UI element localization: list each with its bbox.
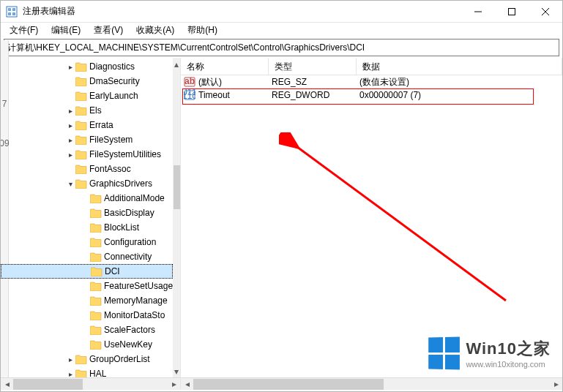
tree-item[interactable]: ▾GraphicsDrivers xyxy=(1,176,173,191)
close-button[interactable] xyxy=(529,1,562,23)
value-row[interactable]: ab(默认)REG_SZ(数值未设置) xyxy=(181,75,562,88)
registry-tree[interactable]: ▸DiagnosticsDmaSecurityEarlyLaunch▸Els▸E… xyxy=(1,58,173,377)
folder-icon xyxy=(75,91,87,101)
tree-item[interactable]: EarlyLaunch xyxy=(1,88,173,103)
address-bar[interactable]: 计算机\HKEY_LOCAL_MACHINE\SYSTEM\CurrentCon… xyxy=(4,39,559,56)
app-icon xyxy=(6,6,18,18)
folder-icon xyxy=(90,281,102,291)
svg-rect-4 xyxy=(12,12,15,15)
tree-item-label: Els xyxy=(89,105,102,116)
expand-chevron-icon[interactable]: ▾ xyxy=(65,180,75,188)
scroll-thumb[interactable] xyxy=(174,165,180,209)
expand-chevron-icon[interactable]: ▸ xyxy=(65,136,75,144)
tree-item[interactable]: DmaSecurity xyxy=(1,74,173,88)
tree-item-label: AdditionalMode xyxy=(104,193,165,203)
main-area: ▸DiagnosticsDmaSecurityEarlyLaunch▸Els▸E… xyxy=(1,58,562,390)
expand-chevron-icon[interactable]: ▸ xyxy=(65,151,75,159)
folder-icon xyxy=(90,295,102,306)
tree-item-label: UseNewKey xyxy=(104,339,152,350)
tree-item[interactable]: Connectivity xyxy=(1,249,173,264)
svg-rect-3 xyxy=(8,12,11,15)
tree-item[interactable]: ▸GroupOrderList xyxy=(1,352,173,366)
tree-item[interactable]: BasicDisplay xyxy=(1,206,173,220)
menu-file[interactable]: 文件(F) xyxy=(4,23,44,38)
tree-item-label: BasicDisplay xyxy=(104,208,154,218)
tree-item[interactable]: FontAssoc xyxy=(1,162,173,176)
expand-chevron-icon[interactable]: ▸ xyxy=(65,355,75,363)
folder-icon xyxy=(75,61,87,72)
folder-icon xyxy=(75,149,87,159)
tree-item[interactable]: AdditionalMode xyxy=(1,191,173,206)
value-name: Timeout xyxy=(198,90,230,100)
value-type-icon: ab xyxy=(184,76,195,88)
value-row[interactable]: 011110TimeoutREG_DWORD0x00000007 (7) xyxy=(181,88,562,102)
tree-item-label: Diagnostics xyxy=(89,61,135,72)
svg-rect-6 xyxy=(509,8,515,15)
tree-item-label: GroupOrderList xyxy=(89,354,150,364)
tree-item-label: EarlyLaunch xyxy=(89,91,138,101)
tree-item[interactable]: BlockList xyxy=(1,220,173,235)
expand-chevron-icon[interactable]: ▸ xyxy=(65,107,75,115)
scroll-thumb[interactable] xyxy=(13,379,83,390)
tree-item-label: GraphicsDrivers xyxy=(89,178,152,189)
expand-chevron-icon[interactable]: ▸ xyxy=(65,63,75,71)
window-title: 注册表编辑器 xyxy=(23,5,461,18)
tree-item[interactable]: Configuration xyxy=(1,235,173,249)
menu-favorites[interactable]: 收藏夹(A) xyxy=(130,23,180,38)
tree-item[interactable]: MemoryManage xyxy=(1,293,173,308)
scroll-left-arrow[interactable]: ◂ xyxy=(181,378,193,391)
tree-item-label: FeatureSetUsage xyxy=(104,281,173,291)
tree-item-label: FontAssoc xyxy=(89,164,131,174)
values-header: 名称 类型 数据 xyxy=(181,58,562,75)
tree-item[interactable]: UseNewKey xyxy=(1,337,173,352)
scroll-left-arrow[interactable]: ◂ xyxy=(1,378,13,391)
value-type-icon: 011110 xyxy=(184,89,195,101)
menu-edit[interactable]: 编辑(E) xyxy=(45,23,86,38)
values-list[interactable]: ab(默认)REG_SZ(数值未设置)011110TimeoutREG_DWOR… xyxy=(181,75,562,377)
tree-item[interactable]: ScaleFactors xyxy=(1,323,173,337)
tree-item[interactable]: MonitorDataSto xyxy=(1,308,173,323)
values-pane: 名称 类型 数据 ab(默认)REG_SZ(数值未设置)011110Timeou… xyxy=(181,58,562,390)
expand-chevron-icon[interactable]: ▸ xyxy=(65,370,75,378)
tree-item[interactable]: ▸FileSystemUtilities xyxy=(1,147,173,162)
tree-item[interactable]: DCI xyxy=(1,264,173,279)
tree-pane: ▸DiagnosticsDmaSecurityEarlyLaunch▸Els▸E… xyxy=(1,58,181,390)
scroll-down-arrow[interactable]: ▾ xyxy=(173,365,180,377)
maximize-button[interactable] xyxy=(495,1,529,23)
svg-text:110: 110 xyxy=(184,91,195,101)
address-text: 计算机\HKEY_LOCAL_MACHINE\SYSTEM\CurrentCon… xyxy=(7,42,365,54)
column-name[interactable]: 名称 xyxy=(181,58,269,75)
folder-icon xyxy=(75,120,87,130)
scroll-right-arrow[interactable]: ▸ xyxy=(550,378,562,391)
tree-item-label: HAL xyxy=(89,369,106,377)
folder-icon xyxy=(75,105,87,116)
column-data[interactable]: 数据 xyxy=(357,58,562,75)
folder-icon xyxy=(90,237,102,247)
tree-item[interactable]: ▸Els xyxy=(1,103,173,118)
tree-item[interactable]: ▸FileSystem xyxy=(1,132,173,147)
menubar: 文件(F) 编辑(E) 查看(V) 收藏夹(A) 帮助(H) xyxy=(1,23,562,37)
scroll-up-arrow[interactable]: ▴ xyxy=(173,58,180,70)
column-type[interactable]: 类型 xyxy=(269,58,357,75)
tree-item-label: FileSystemUtilities xyxy=(89,149,161,159)
tree-vertical-scrollbar[interactable]: ▴ ▾ xyxy=(173,58,180,377)
tree-horizontal-scrollbar[interactable]: ◂ ▸ xyxy=(1,377,180,390)
folder-icon xyxy=(90,325,102,335)
folder-icon xyxy=(75,354,87,364)
values-horizontal-scrollbar[interactable]: ◂ ▸ xyxy=(181,377,562,390)
value-data: 0x00000007 (7) xyxy=(357,90,562,100)
tree-item[interactable]: ▸Diagnostics xyxy=(1,59,173,74)
expand-chevron-icon[interactable]: ▸ xyxy=(65,121,75,129)
svg-rect-2 xyxy=(12,8,15,11)
menu-help[interactable]: 帮助(H) xyxy=(182,23,223,38)
folder-icon xyxy=(90,208,102,218)
tree-item-label: DCI xyxy=(105,266,120,276)
folder-icon xyxy=(90,310,102,320)
scroll-right-arrow[interactable]: ▸ xyxy=(168,378,180,391)
scroll-thumb[interactable] xyxy=(193,379,384,390)
minimize-button[interactable] xyxy=(461,1,495,23)
tree-item[interactable]: ▸Errata xyxy=(1,118,173,132)
menu-view[interactable]: 查看(V) xyxy=(88,23,129,38)
tree-item[interactable]: ▸HAL xyxy=(1,366,173,377)
tree-item[interactable]: FeatureSetUsage xyxy=(1,279,173,293)
